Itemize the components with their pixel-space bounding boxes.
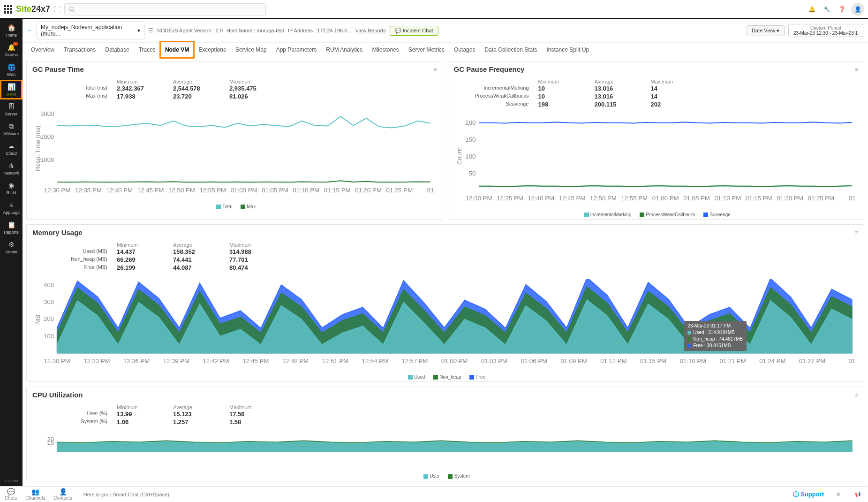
chat-settings-icon[interactable]: ⚙ bbox=[832, 489, 844, 500]
chatbar-tab-chats[interactable]: 💬Chats bbox=[5, 488, 17, 501]
user-avatar[interactable]: 👤 bbox=[851, 3, 864, 16]
panel-menu-icon[interactable]: ≡ bbox=[433, 66, 437, 73]
list-icon[interactable]: ☰ bbox=[148, 27, 153, 34]
stats-header: Maximum bbox=[229, 242, 286, 248]
tab-server-metrics[interactable]: Server Metrics bbox=[405, 43, 448, 57]
stats-value: 198 bbox=[538, 101, 595, 108]
tab-app-parameters[interactable]: App Parameters bbox=[272, 43, 321, 57]
sidebar-item-web[interactable]: 🌐Web bbox=[0, 60, 23, 80]
svg-text:01:03 PM: 01:03 PM bbox=[481, 357, 507, 365]
stats-header: Average bbox=[173, 404, 229, 410]
smart-chat-input[interactable] bbox=[81, 489, 268, 500]
sidebar-item-vmware[interactable]: ⧉VMware bbox=[0, 119, 23, 139]
svg-text:20: 20 bbox=[47, 436, 54, 443]
svg-text:300: 300 bbox=[44, 298, 54, 305]
tab-rum-analytics[interactable]: RUM Analytics bbox=[322, 43, 366, 57]
svg-text:12:48 PM: 12:48 PM bbox=[282, 357, 309, 365]
view-reports-link[interactable]: View Reports bbox=[355, 28, 385, 33]
panel-menu-icon[interactable]: ≡ bbox=[855, 229, 858, 236]
tab-data-collection-stats[interactable]: Data Collection Stats bbox=[481, 43, 541, 57]
sidebar-item-admin[interactable]: ⚙Admin bbox=[0, 237, 23, 257]
svg-text:01:00 PM: 01:00 PM bbox=[231, 187, 257, 194]
stats-value: 14.437 bbox=[117, 248, 173, 255]
svg-text:200: 200 bbox=[465, 119, 476, 126]
sidebar-item-cloud[interactable]: ☁Cloud bbox=[0, 139, 23, 159]
stats-value: 10 bbox=[538, 85, 595, 92]
apps-grid-icon[interactable] bbox=[4, 5, 12, 14]
tab-node-vm[interactable]: Node VM bbox=[161, 43, 193, 57]
sidebar-item-server[interactable]: 🗄Server bbox=[0, 99, 23, 119]
chatbar-tab-channels[interactable]: 👥Channels bbox=[25, 488, 45, 501]
stats-table: MinimumAverageMaximumUser (%)13.9915.123… bbox=[27, 403, 864, 430]
svg-text:12:42 PM: 12:42 PM bbox=[203, 357, 229, 365]
stats-row: User (%)13.9915.12317.56 bbox=[32, 410, 858, 418]
back-button[interactable]: ← bbox=[27, 27, 33, 34]
tab-outages[interactable]: Outages bbox=[450, 43, 479, 57]
stats-header: Maximum bbox=[651, 79, 707, 84]
sidebar-item-network[interactable]: ⋔Network bbox=[0, 159, 23, 178]
chart-legend: UserSystem bbox=[27, 472, 864, 480]
stats-value: 66.269 bbox=[117, 256, 173, 263]
sidebar-icon: 🏠 bbox=[0, 23, 23, 32]
svg-text:01:00 PM: 01:00 PM bbox=[441, 357, 468, 365]
stats-value: 23.720 bbox=[173, 93, 229, 100]
svg-text:200: 200 bbox=[44, 315, 54, 322]
panel-menu-icon[interactable]: ≡ bbox=[855, 66, 858, 73]
tab-exceptions[interactable]: Exceptions bbox=[195, 43, 230, 57]
stats-value: 2,342.367 bbox=[117, 85, 173, 92]
date-view-select[interactable]: Date View ▾ bbox=[747, 25, 785, 36]
sidebar-item-reports[interactable]: 📋Reports bbox=[0, 218, 23, 237]
panel-title: GC Pause Time bbox=[32, 65, 433, 73]
sidebar-label: Alarms bbox=[0, 53, 23, 57]
tab-overview[interactable]: Overview bbox=[27, 43, 58, 57]
panel-menu-icon[interactable]: ≡ bbox=[855, 392, 858, 398]
support-button[interactable]: ⓘ Support bbox=[793, 490, 824, 499]
svg-point-0 bbox=[69, 7, 73, 10]
chart-svg: 100020003000Resp. Time (ms)12:30 PM12:35… bbox=[32, 108, 437, 195]
tab-database[interactable]: Database bbox=[101, 43, 133, 57]
bell-icon[interactable]: 🔔 bbox=[806, 4, 817, 15]
chart-svg: 50100150200Count12:30 PM12:35 PM12:40 PM… bbox=[454, 116, 859, 203]
tab-traces[interactable]: Traces bbox=[135, 43, 159, 57]
logo[interactable]: Site24x7 bbox=[16, 4, 50, 14]
stats-value: 202 bbox=[651, 101, 707, 108]
tab-service-map[interactable]: Service Map bbox=[232, 43, 271, 57]
chatbar-tab-contacts[interactable]: 👤Contacts bbox=[53, 488, 72, 501]
wrench-icon[interactable]: 🔧 bbox=[821, 4, 832, 15]
stats-value: 314.988 bbox=[229, 248, 286, 255]
search-input[interactable] bbox=[64, 3, 266, 15]
stats-label: Non_heap (MB) bbox=[32, 256, 117, 263]
sidebar-icon: ◉ bbox=[0, 181, 23, 190]
sidebar-item-apm[interactable]: 📊APM bbox=[0, 80, 23, 99]
stats-value: 158.352 bbox=[173, 248, 229, 255]
sidebar-item-rum[interactable]: ◉RUM bbox=[0, 178, 23, 198]
sidebar-item-applogs[interactable]: ≡AppLogs bbox=[0, 198, 23, 218]
stats-header: Maximum bbox=[229, 79, 286, 84]
sidebar-icon: ☁ bbox=[0, 142, 23, 150]
sidebar-item-alarms[interactable]: 🔔Alarms2 bbox=[0, 40, 23, 60]
stats-row: Non_heap (MB)66.26974.44177.701 bbox=[32, 256, 858, 264]
stats-value: 10 bbox=[538, 93, 595, 100]
tab-transactions[interactable]: Transactions bbox=[60, 43, 99, 57]
announce-icon[interactable]: 📢 bbox=[852, 489, 863, 500]
svg-text:12:35 PM: 12:35 PM bbox=[497, 195, 523, 202]
panel-gc_pause_freq: GC Pause Frequency≡MinimumAverageMaximum… bbox=[448, 61, 865, 220]
tab-instance-split-up[interactable]: Instance Split Up bbox=[543, 43, 593, 57]
help-icon[interactable]: ❓ bbox=[836, 4, 847, 15]
stats-row: ProcessWeakCallbacks1013.01614 bbox=[454, 92, 859, 100]
tab-milestones[interactable]: Milestones bbox=[368, 43, 402, 57]
application-select[interactable]: My_nodejs_Nodevm_application (muru... ▾ bbox=[37, 22, 144, 39]
stats-row: Total (ms)2,342.3672,544.5782,935.475 bbox=[32, 84, 437, 92]
top-nav: Site24x7 ⛶ 🔔 🔧 ❓ 👤 bbox=[0, 0, 868, 19]
svg-text:01:05 PM: 01:05 PM bbox=[262, 187, 288, 194]
sidebar-label: Cloud bbox=[0, 151, 23, 156]
incident-chat-button[interactable]: 💬 Incident Chat bbox=[390, 26, 438, 36]
svg-text:Resp. Time (ms): Resp. Time (ms) bbox=[34, 126, 41, 171]
chart-legend: UsedNon_heapFree bbox=[27, 373, 864, 381]
stats-table: MinimumAverageMaximumTotal (ms)2,342.367… bbox=[27, 77, 443, 104]
custom-period-picker[interactable]: Custom Period 23-Mar-23 12:30 - 23-Mar-2… bbox=[788, 24, 863, 37]
expand-icon[interactable]: ⛶ bbox=[54, 6, 60, 13]
sidebar-item-home[interactable]: 🏠Home bbox=[0, 21, 23, 40]
svg-text:01: 01 bbox=[849, 357, 856, 365]
stats-value: 15.123 bbox=[173, 411, 229, 418]
